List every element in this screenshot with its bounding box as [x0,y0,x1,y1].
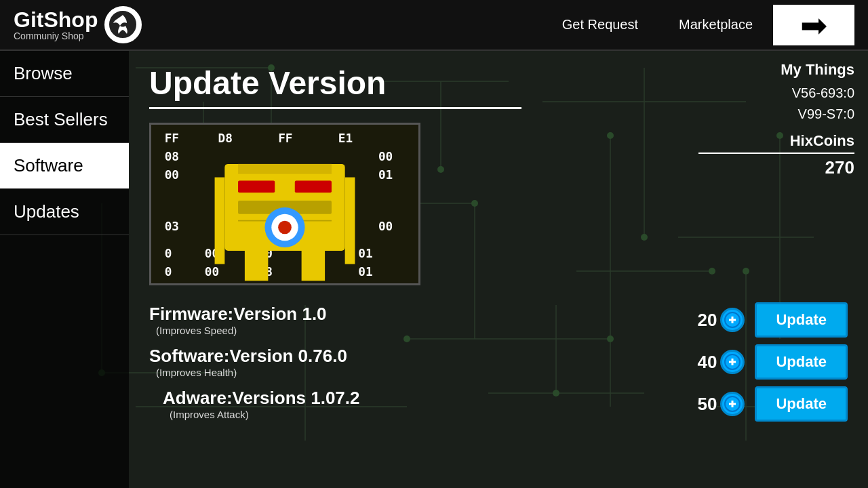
svg-text:0: 0 [165,247,172,260]
header: GitShop Communiy Shop Get Request Market… [0,0,868,51]
firmware-name: Firmware:Version 1.0 [149,304,688,325]
logo-area: GitShop Communiy Shop [14,6,142,43]
software-update-button[interactable]: Update [755,344,848,380]
svg-text:01: 01 [378,168,393,182]
sidebar-item-browse[interactable]: Browse [0,51,129,97]
firmware-update-button[interactable]: Update [755,302,848,338]
svg-rect-65 [295,181,332,193]
hixcoins-value: 270 [698,157,854,178]
arrow-icon: ➡ [800,6,827,44]
sidebar: Browse Best Sellers Software Updates [0,51,129,488]
v56-value: 0 [847,85,854,100]
logo-text: GitShop Communiy Shop [14,9,98,41]
logo-icon [104,6,142,43]
adware-name: Adware:Versions 1.07.2 [149,388,688,409]
svg-rect-75 [345,178,355,264]
sidebar-item-software[interactable]: Software [0,143,129,189]
svg-rect-74 [215,178,225,264]
get-request-link[interactable]: Get Request [562,17,638,33]
firmware-price-value: 20 [698,310,717,331]
software-price-value: 40 [698,352,717,373]
svg-text:03: 03 [165,220,179,233]
svg-text:FF: FF [165,131,179,145]
hix-coin-icon-1 [720,308,745,332]
adware-update-button[interactable]: Update [755,386,848,422]
svg-text:00: 00 [165,168,179,182]
firmware-info: Firmware:Version 1.0 (Improves Speed) [149,304,688,336]
marketplace-link[interactable]: Marketplace [679,17,753,33]
svg-rect-64 [238,181,275,193]
hix-coin-icon-2 [720,350,745,374]
firmware-desc: (Improves Speed) [156,325,688,336]
svg-rect-72 [245,251,268,281]
adware-price-value: 50 [698,394,717,415]
svg-rect-63 [238,164,332,174]
update-item-firmware: Firmware:Version 1.0 (Improves Speed) 20… [149,302,848,338]
my-things-title: My Things [698,61,854,79]
sidebar-item-updates[interactable]: Updates [0,189,129,235]
svg-text:0: 0 [165,265,172,279]
update-list: Firmware:Version 1.0 (Improves Speed) 20… [149,302,848,422]
sidebar-item-best-sellers[interactable]: Best Sellers [0,97,129,143]
robot-display: FF D8 FF E1 08 00 00 01 03 00 0 00 A0 01… [149,123,420,285]
adware-desc: (Improves Attack) [156,409,688,420]
svg-text:D8: D8 [218,131,233,145]
hix-coin-icon-3 [720,392,745,416]
svg-text:01: 01 [358,247,372,260]
update-item-software: Software:Version 0.76.0 (Improves Health… [149,344,848,380]
nav-links: Get Request Marketplace [562,17,753,33]
svg-point-42 [108,10,137,39]
svg-text:E1: E1 [338,131,353,145]
svg-point-71 [282,225,288,230]
v56-label: V56-693: [792,85,847,100]
adware-info: Adware:Versions 1.07.2 (Improves Attack) [149,388,688,420]
svg-text:00: 00 [378,220,393,233]
logo-subtitle: Communiy Shop [14,30,98,41]
software-name: Software:Version 0.76.0 [149,346,688,367]
svg-text:08: 08 [165,150,179,163]
hixcoins-label: HixCoins [698,132,854,154]
software-desc: (Improves Health) [156,367,688,378]
v56-item: V56-693:0 [698,85,854,101]
svg-text:00: 00 [205,265,219,279]
v99-value: 0 [847,106,854,121]
software-price: 40 [698,350,745,374]
svg-text:01: 01 [358,265,372,279]
page-title: Update Version [149,64,521,109]
firmware-price: 20 [698,308,745,332]
svg-rect-73 [302,251,325,281]
software-info: Software:Version 0.76.0 (Improves Health… [149,346,688,378]
forward-button[interactable]: ➡ [773,5,854,45]
svg-text:00: 00 [378,150,393,163]
update-item-adware: Adware:Versions 1.07.2 (Improves Attack)… [149,386,848,422]
logo-title: GitShop [14,9,98,30]
adware-price: 50 [698,392,745,416]
v99-label: V99-S7: [798,106,847,121]
v99-item: V99-S7:0 [698,106,854,122]
svg-text:FF: FF [278,131,292,145]
right-panel: My Things V56-693:0 V99-S7:0 HixCoins 27… [685,51,868,188]
